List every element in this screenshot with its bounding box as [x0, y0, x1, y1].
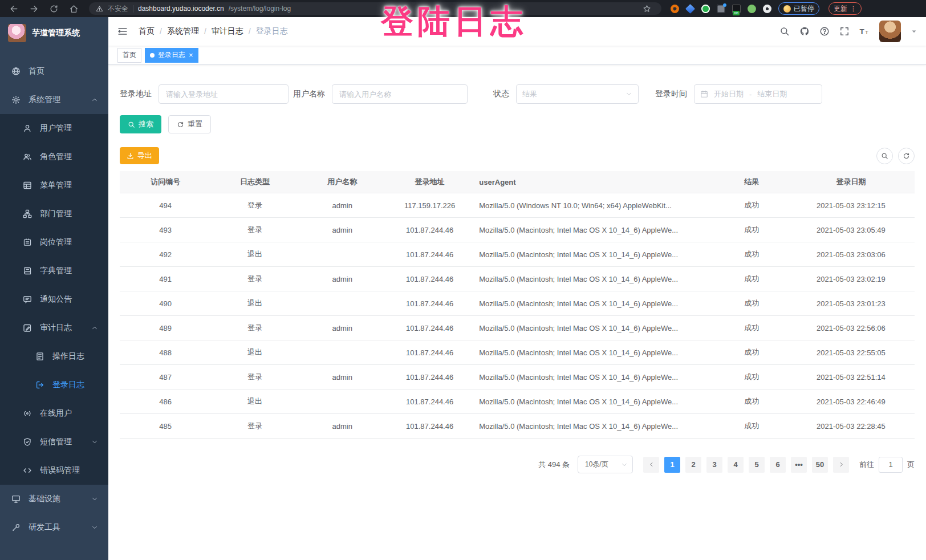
search-button[interactable]: 搜索	[120, 115, 161, 133]
sidebar-item-infra[interactable]: 基础设施	[0, 485, 108, 513]
address-bar[interactable]: 不安全 dashboard.yudao.iocoder.cn/system/lo…	[89, 2, 661, 15]
fullscreen-icon[interactable]	[839, 26, 850, 36]
update-badge[interactable]: 更新 ⋮	[828, 2, 862, 15]
cell-type: 登录	[211, 200, 298, 210]
sidebar-item-post[interactable]: 岗位管理	[0, 228, 108, 257]
sidebar-item-notice[interactable]: 通知公告	[0, 285, 108, 314]
sidebar-item-user[interactable]: 用户管理	[0, 114, 108, 143]
sidebar-item-sms[interactable]: 短信管理	[0, 428, 108, 456]
sidebar-item-operlog[interactable]: 操作日志	[0, 342, 108, 371]
extension-icon[interactable]	[685, 4, 695, 14]
cell-ua: Mozilla/5.0 (Macintosh; Intel Mac OS X 1…	[473, 422, 716, 431]
extension-icon[interactable]	[701, 5, 710, 13]
table-toolbar: 导出	[120, 147, 915, 164]
extension-icon[interactable]	[748, 5, 756, 13]
cell-ip: 101.87.244.46	[386, 324, 473, 332]
page-button-2[interactable]: 2	[685, 457, 701, 473]
sidebar-item-online[interactable]: 在线用户	[0, 399, 108, 428]
export-button[interactable]: 导出	[120, 147, 159, 164]
sidebar-item-errcode[interactable]: 错误码管理	[0, 456, 108, 485]
breadcrumb-item[interactable]: 审计日志	[212, 26, 243, 36]
page-button-1[interactable]: 1	[664, 457, 680, 473]
breadcrumb-separator: /	[204, 27, 206, 36]
font-size-icon[interactable]: TT	[859, 26, 870, 36]
page-button-5[interactable]: 5	[749, 457, 765, 473]
reset-button-label: 重置	[188, 119, 202, 129]
more-pages-button[interactable]: •••	[791, 457, 807, 473]
sidebar-logo-row[interactable]: 芋道管理系统	[0, 17, 108, 49]
column-header: 访问编号	[120, 177, 211, 187]
browser-toolbar: 不安全 dashboard.yudao.iocoder.cn/system/lo…	[0, 0, 926, 17]
hamburger-icon[interactable]	[117, 26, 128, 37]
extension-icon[interactable]	[732, 5, 741, 13]
bookmark-star-icon[interactable]	[643, 5, 651, 13]
sidebar-item-system[interactable]: 系统管理	[0, 86, 108, 114]
table-row: 490退出101.87.244.46Mozilla/5.0 (Macintosh…	[120, 291, 915, 316]
cell-time: 2021-05-03 23:02:19	[787, 275, 915, 283]
cell-result: 成功	[716, 249, 787, 259]
github-icon[interactable]	[799, 26, 810, 36]
sidebar-item-devtool[interactable]: 研发工具	[0, 513, 108, 542]
cell-ua: Mozilla/5.0 (Macintosh; Intel Mac OS X 1…	[473, 373, 716, 382]
login-time-range-picker[interactable]: 开始日期 - 结束日期	[694, 84, 822, 104]
page-content: 登录地址 用户名称 状态 结果 登录时间 开始日期 - 结束日期 搜索	[108, 65, 926, 490]
status-select[interactable]: 结果	[516, 84, 639, 104]
cell-result: 成功	[716, 298, 787, 309]
reload-icon[interactable]	[49, 4, 59, 14]
extension-icon[interactable]	[763, 5, 771, 13]
home-icon[interactable]	[69, 4, 79, 14]
table-row: 485登录admin101.87.244.46Mozilla/5.0 (Maci…	[120, 414, 915, 439]
reset-button[interactable]: 重置	[168, 115, 211, 133]
page-button-3[interactable]: 3	[706, 457, 722, 473]
toggle-search-button[interactable]	[876, 148, 893, 164]
sidebar-item-menu[interactable]: 菜单管理	[0, 171, 108, 200]
tree-table-icon	[23, 181, 32, 190]
cell-ip: 117.159.17.226	[386, 201, 473, 210]
browser-menu-icon[interactable]: ⋮	[850, 6, 856, 11]
cell-id: 493	[120, 226, 211, 234]
paused-extension-badge[interactable]: 已暂停	[778, 2, 819, 15]
tab-close-icon[interactable]: ×	[189, 51, 193, 59]
page-button-4[interactable]: 4	[728, 457, 744, 473]
sidebar-item-home[interactable]: 首页	[0, 57, 108, 86]
refresh-table-button[interactable]	[898, 148, 915, 164]
page-size-select[interactable]: 10条/页	[578, 456, 633, 473]
sidebar-item-label: 部门管理	[40, 209, 72, 219]
extension-icon[interactable]	[671, 5, 679, 13]
page-button-50[interactable]: 50	[812, 457, 828, 473]
help-icon[interactable]	[819, 26, 830, 36]
search-icon[interactable]	[779, 26, 790, 36]
table-row: 494登录admin117.159.17.226Mozilla/5.0 (Win…	[120, 193, 915, 218]
username-input[interactable]	[332, 84, 468, 104]
breadcrumb-item[interactable]: 首页	[139, 26, 155, 36]
cell-result: 成功	[716, 225, 787, 235]
cell-ip: 101.87.244.46	[386, 397, 473, 406]
cell-result: 成功	[716, 323, 787, 333]
goto-page-input[interactable]	[879, 457, 903, 473]
address-input[interactable]	[159, 84, 289, 104]
sidebar: 芋道管理系统 首页系统管理用户管理角色管理菜单管理部门管理岗位管理字典管理通知公…	[0, 17, 108, 560]
table-row: 489登录admin101.87.244.46Mozilla/5.0 (Maci…	[120, 316, 915, 340]
tab-inactive[interactable]: 首页	[117, 48, 141, 63]
sidebar-item-audit[interactable]: 审计日志	[0, 314, 108, 342]
sidebar-item-dept[interactable]: 部门管理	[0, 200, 108, 228]
cell-result: 成功	[716, 200, 787, 210]
breadcrumb-item[interactable]: 系统管理	[167, 26, 199, 36]
cell-ip: 101.87.244.46	[386, 250, 473, 259]
app-logo	[8, 24, 26, 42]
next-page-button[interactable]	[833, 457, 849, 473]
extension-icon[interactable]	[717, 5, 725, 13]
breadcrumb-separator: /	[160, 27, 162, 36]
prev-page-button[interactable]	[643, 457, 659, 473]
back-icon[interactable]	[9, 4, 19, 14]
cell-id: 485	[120, 422, 211, 431]
cell-result: 成功	[716, 372, 787, 382]
user-avatar[interactable]	[879, 21, 901, 42]
sidebar-item-role[interactable]: 角色管理	[0, 143, 108, 171]
sidebar-item-loginlog[interactable]: 登录日志	[0, 371, 108, 399]
page-button-6[interactable]: 6	[770, 457, 786, 473]
tab-active[interactable]: 登录日志×	[145, 48, 198, 63]
sidebar-item-dict[interactable]: 字典管理	[0, 257, 108, 285]
avatar-caret-down-icon[interactable]	[911, 28, 917, 35]
forward-icon[interactable]	[29, 4, 39, 14]
